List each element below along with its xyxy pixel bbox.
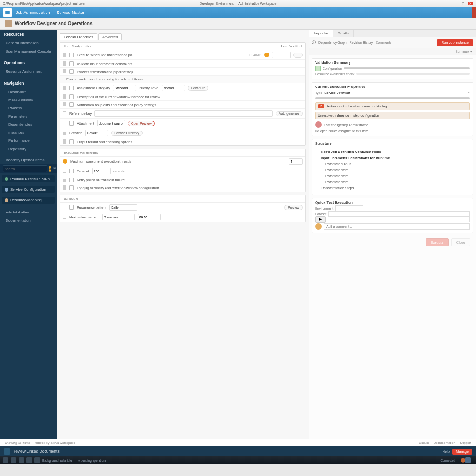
tray-icon[interactable] [26,457,32,463]
drag-handle-icon[interactable] [63,86,66,90]
checkbox[interactable] [69,205,74,210]
tree-node[interactable]: ParameterItem [316,167,469,173]
list-item[interactable]: Process transformation pipeline step [60,68,305,76]
checkbox[interactable] [69,102,74,107]
nextrun-time-input[interactable] [138,214,161,220]
minimize-icon[interactable]: — [456,2,459,5]
open-preview-pill[interactable]: Open Preview [128,121,155,126]
list-item[interactable]: Reference keyAuto-generate [60,109,305,119]
tab-inspector[interactable]: Inspector [309,30,333,37]
drag-handle-icon[interactable] [63,61,66,66]
app-icon[interactable] [3,8,12,17]
drag-handle-icon[interactable] [63,185,66,190]
configure-pill[interactable]: Configure [188,86,208,91]
comment-input[interactable] [324,223,470,230]
tree-node[interactable]: ParameterGroup [316,161,469,167]
checkbox[interactable] [69,139,74,144]
checkbox[interactable] [69,53,74,57]
row-pill[interactable]: ··· [293,53,303,58]
sidebar-item-dashboard[interactable]: Dashboard [0,88,57,96]
bottom-link-help[interactable]: Help [442,450,449,454]
highlight-action-required[interactable]: 2Action required: review parameter bindi… [315,102,470,110]
sidebar-item-measurements[interactable]: Measurements [0,96,57,104]
maximize-icon[interactable]: ▢ [462,2,465,5]
list-item[interactable]: LocationBrowse Directory [60,128,305,138]
status-link-details[interactable]: Details [419,441,429,444]
list-item[interactable]: Next scheduled run [60,212,305,222]
checkbox[interactable] [69,69,74,74]
location-input[interactable] [85,130,108,136]
tree-node[interactable]: ParameterItem [316,179,469,185]
checkbox[interactable] [69,61,74,66]
tree-node[interactable]: Root: Job Definition Container Node [316,149,469,155]
drag-handle-icon[interactable] [63,169,66,173]
drag-handle-icon[interactable] [63,102,66,107]
recent-item[interactable]: Resource-Mapping [2,197,55,204]
checkbox[interactable] [69,178,74,182]
drag-handle-icon[interactable] [63,205,66,210]
list-item[interactable]: Assignment CategoryPriority LevelConfigu… [60,83,305,93]
tab-general[interactable]: General Properties [60,33,97,40]
close-icon[interactable]: ✕ [468,2,473,5]
drag-handle-icon[interactable] [63,69,66,74]
list-item[interactable]: Timeoutseconds [60,166,305,176]
sidebar-item-instances[interactable]: Instances [0,129,57,137]
chevron-down-icon[interactable]: ▾ [468,91,470,94]
env-input[interactable] [335,205,363,211]
tray-icon[interactable] [11,457,16,463]
list-item[interactable]: Logging verbosity and retention window c… [60,184,305,192]
list-item[interactable]: Execute scheduled maintenance jobID: 482… [60,50,305,60]
tray-icon[interactable] [3,457,8,463]
sidebar-item-repository[interactable]: Repository [0,145,57,153]
sidebar-item-dependencies[interactable]: Dependencies [0,120,57,129]
list-item[interactable]: Retry policy on transient failure [60,176,305,184]
sidebar-item-admin[interactable]: Administration [0,208,57,217]
toolbar-label[interactable]: Comments [376,41,391,44]
row-input[interactable] [272,52,291,58]
recurrence-input[interactable] [109,204,137,211]
drag-handle-icon[interactable] [63,178,66,182]
tree-node[interactable]: Input Parameter Declarations for Runtime [316,155,469,161]
sidebar-item-parameters[interactable]: Parameters [0,112,57,121]
category-input[interactable] [113,85,136,91]
status-link-docs[interactable]: Documentation [433,441,455,444]
dataset-input[interactable] [328,211,470,217]
tree-node[interactable]: ParameterItem [316,173,469,179]
type-input[interactable] [324,90,466,95]
drag-handle-icon[interactable] [63,131,66,135]
tray-icon[interactable] [19,457,24,463]
drag-handle-icon[interactable] [63,139,66,144]
list-item[interactable]: Recurrence patternPreview [60,203,305,212]
drag-handle-icon[interactable] [63,121,66,126]
refkey-input[interactable] [94,110,272,117]
recent-item[interactable]: Process-Definition-Main [2,175,55,182]
visibility-icon[interactable]: 👁 [53,166,56,171]
execute-button[interactable]: Execute [426,238,449,246]
list-item[interactable]: AttachmentOpen Preview— [60,119,305,128]
list-item[interactable]: Description of the current workflow inst… [60,93,305,101]
checkbox[interactable] [69,86,74,90]
tray-icon[interactable] [34,457,40,463]
tray-icon[interactable] [465,457,471,463]
checkbox[interactable] [69,121,74,126]
drag-handle-icon[interactable] [63,53,66,57]
list-item[interactable]: Output format and encoding options [60,138,305,145]
sidebar-item-usermgmt[interactable]: User Management Console [0,47,57,56]
browse-pill[interactable]: Browse Directory [111,131,142,136]
sidebar-item-resourceassign[interactable]: Resource Assignment [0,67,57,76]
run-job-button[interactable]: Run Job Instance [437,39,473,46]
preview-pill[interactable]: Preview [284,205,303,210]
recent-item[interactable]: Service-Configuration [2,186,55,193]
checkbox[interactable] [69,94,74,99]
quicktest-output[interactable] [328,217,470,222]
tree-node[interactable]: Transformation Steps [316,185,469,191]
drag-handle-icon[interactable] [63,111,66,116]
checkbox[interactable] [69,185,74,190]
sidebar-search-input[interactable] [3,165,47,172]
drag-handle-icon[interactable] [63,94,66,99]
sidebar-item-process[interactable]: Process [0,104,57,112]
toolbar-label[interactable]: Revision History [350,41,373,44]
list-item[interactable]: Validate input parameter constraints [60,60,305,68]
sidebar-item-docs[interactable]: Documentation [0,217,57,225]
attach-input[interactable] [97,120,125,126]
